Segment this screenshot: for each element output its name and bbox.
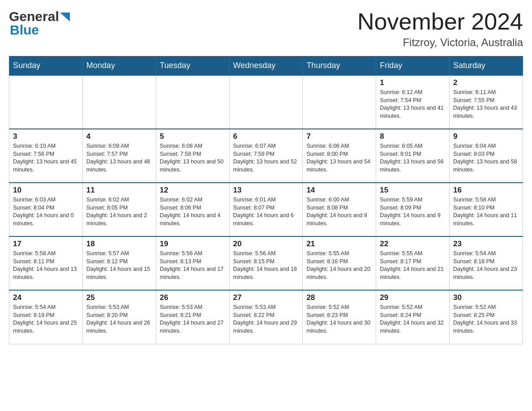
week-row-3: 10Sunrise: 6:03 AM Sunset: 8:04 PM Dayli… [9, 183, 523, 236]
header-thursday: Thursday [303, 56, 376, 76]
page-header: General Blue November 2024 Fitzroy, Vict… [9, 9, 523, 49]
day-info: Sunrise: 6:10 AM Sunset: 7:56 PM Dayligh… [13, 142, 79, 174]
day-number: 18 [86, 240, 152, 248]
month-title: November 2024 [357, 9, 523, 34]
header-friday: Friday [376, 56, 450, 76]
day-info: Sunrise: 6:02 AM Sunset: 8:05 PM Dayligh… [86, 196, 152, 227]
calendar-cell: 29Sunrise: 5:52 AM Sunset: 8:24 PM Dayli… [376, 290, 450, 344]
day-info: Sunrise: 6:00 AM Sunset: 8:08 PM Dayligh… [306, 196, 372, 227]
calendar-cell: 18Sunrise: 5:57 AM Sunset: 8:12 PM Dayli… [82, 236, 156, 290]
day-info: Sunrise: 6:11 AM Sunset: 7:55 PM Dayligh… [453, 89, 519, 120]
day-number: 5 [160, 132, 226, 141]
calendar-cell: 25Sunrise: 5:53 AM Sunset: 8:20 PM Dayli… [82, 290, 156, 344]
day-number: 30 [453, 293, 519, 302]
calendar-cell: 5Sunrise: 6:08 AM Sunset: 7:58 PM Daylig… [156, 129, 229, 183]
day-info: Sunrise: 5:54 AM Sunset: 8:19 PM Dayligh… [13, 304, 79, 335]
day-number: 29 [380, 293, 446, 302]
calendar-cell: 12Sunrise: 6:02 AM Sunset: 8:06 PM Dayli… [156, 183, 229, 236]
day-number: 10 [13, 186, 79, 195]
header-saturday: Saturday [450, 56, 523, 76]
calendar-cell [9, 75, 83, 129]
day-info: Sunrise: 6:04 AM Sunset: 8:03 PM Dayligh… [453, 142, 519, 174]
day-number: 13 [233, 186, 299, 195]
calendar-cell: 23Sunrise: 5:54 AM Sunset: 8:18 PM Dayli… [450, 236, 523, 290]
week-row-4: 17Sunrise: 5:58 AM Sunset: 8:11 PM Dayli… [9, 236, 523, 290]
day-number: 8 [380, 132, 446, 141]
day-number: 11 [86, 186, 152, 195]
calendar-cell: 19Sunrise: 5:56 AM Sunset: 8:13 PM Dayli… [156, 236, 229, 290]
calendar-cell: 9Sunrise: 6:04 AM Sunset: 8:03 PM Daylig… [450, 129, 523, 183]
weekday-header-row: Sunday Monday Tuesday Wednesday Thursday… [9, 56, 523, 76]
logo-general-text: General [9, 9, 59, 24]
day-number: 26 [160, 293, 226, 302]
calendar-cell: 11Sunrise: 6:02 AM Sunset: 8:05 PM Dayli… [82, 183, 156, 236]
calendar-cell: 28Sunrise: 5:52 AM Sunset: 8:23 PM Dayli… [303, 290, 376, 344]
day-info: Sunrise: 6:08 AM Sunset: 7:58 PM Dayligh… [160, 142, 226, 174]
day-info: Sunrise: 6:05 AM Sunset: 8:01 PM Dayligh… [380, 142, 446, 174]
calendar-cell: 26Sunrise: 5:53 AM Sunset: 8:21 PM Dayli… [156, 290, 229, 344]
day-number: 21 [306, 240, 372, 248]
calendar-cell: 27Sunrise: 5:53 AM Sunset: 8:22 PM Dayli… [229, 290, 303, 344]
calendar-cell [303, 75, 376, 129]
day-info: Sunrise: 5:55 AM Sunset: 8:16 PM Dayligh… [306, 250, 372, 281]
calendar-cell: 21Sunrise: 5:55 AM Sunset: 8:16 PM Dayli… [303, 236, 376, 290]
day-number: 3 [13, 132, 79, 141]
day-info: Sunrise: 6:06 AM Sunset: 8:00 PM Dayligh… [306, 142, 372, 174]
day-info: Sunrise: 5:58 AM Sunset: 8:11 PM Dayligh… [13, 250, 79, 281]
calendar-cell [156, 75, 229, 129]
day-info: Sunrise: 5:52 AM Sunset: 8:24 PM Dayligh… [380, 304, 446, 335]
calendar-cell: 22Sunrise: 5:55 AM Sunset: 8:17 PM Dayli… [376, 236, 450, 290]
calendar-cell: 14Sunrise: 6:00 AM Sunset: 8:08 PM Dayli… [303, 183, 376, 236]
day-number: 4 [86, 132, 152, 141]
calendar-cell: 16Sunrise: 5:58 AM Sunset: 8:10 PM Dayli… [450, 183, 523, 236]
day-info: Sunrise: 5:53 AM Sunset: 8:22 PM Dayligh… [233, 304, 299, 335]
week-row-1: 1Sunrise: 6:12 AM Sunset: 7:54 PM Daylig… [9, 75, 523, 129]
day-info: Sunrise: 5:59 AM Sunset: 8:09 PM Dayligh… [380, 196, 446, 227]
calendar-cell: 13Sunrise: 6:01 AM Sunset: 8:07 PM Dayli… [229, 183, 303, 236]
day-number: 25 [86, 293, 152, 302]
day-number: 28 [306, 293, 372, 302]
day-number: 7 [306, 132, 372, 141]
day-number: 17 [13, 240, 79, 248]
day-number: 24 [13, 293, 79, 302]
calendar-cell: 10Sunrise: 6:03 AM Sunset: 8:04 PM Dayli… [9, 183, 83, 236]
day-info: Sunrise: 5:56 AM Sunset: 8:13 PM Dayligh… [160, 250, 226, 281]
calendar-cell: 8Sunrise: 6:05 AM Sunset: 8:01 PM Daylig… [376, 129, 450, 183]
calendar-cell: 7Sunrise: 6:06 AM Sunset: 8:00 PM Daylig… [303, 129, 376, 183]
day-number: 6 [233, 132, 299, 141]
calendar-cell [82, 75, 156, 129]
calendar-cell: 15Sunrise: 5:59 AM Sunset: 8:09 PM Dayli… [376, 183, 450, 236]
header-sunday: Sunday [9, 56, 83, 76]
day-info: Sunrise: 6:01 AM Sunset: 8:07 PM Dayligh… [233, 196, 299, 227]
day-number: 12 [160, 186, 226, 195]
day-info: Sunrise: 6:12 AM Sunset: 7:54 PM Dayligh… [380, 89, 446, 120]
header-monday: Monday [82, 56, 156, 76]
day-info: Sunrise: 6:09 AM Sunset: 7:57 PM Dayligh… [86, 142, 152, 174]
day-info: Sunrise: 6:03 AM Sunset: 8:04 PM Dayligh… [13, 196, 79, 227]
calendar-cell: 2Sunrise: 6:11 AM Sunset: 7:55 PM Daylig… [450, 75, 523, 129]
day-number: 2 [453, 78, 519, 87]
day-number: 22 [380, 240, 446, 248]
svg-marker-0 [60, 13, 70, 21]
day-number: 1 [380, 78, 446, 87]
week-row-2: 3Sunrise: 6:10 AM Sunset: 7:56 PM Daylig… [9, 129, 523, 183]
day-number: 15 [380, 186, 446, 195]
header-wednesday: Wednesday [229, 56, 303, 76]
day-info: Sunrise: 5:53 AM Sunset: 8:21 PM Dayligh… [160, 304, 226, 335]
day-info: Sunrise: 5:57 AM Sunset: 8:12 PM Dayligh… [86, 250, 152, 281]
calendar-cell: 20Sunrise: 5:56 AM Sunset: 8:15 PM Dayli… [229, 236, 303, 290]
title-block: November 2024 Fitzroy, Victoria, Austral… [357, 9, 523, 49]
calendar-cell: 6Sunrise: 6:07 AM Sunset: 7:59 PM Daylig… [229, 129, 303, 183]
location-title: Fitzroy, Victoria, Australia [357, 36, 523, 49]
logo: General Blue [9, 9, 70, 38]
day-number: 9 [453, 132, 519, 141]
day-number: 20 [233, 240, 299, 248]
day-info: Sunrise: 6:07 AM Sunset: 7:59 PM Dayligh… [233, 142, 299, 174]
calendar-cell: 17Sunrise: 5:58 AM Sunset: 8:11 PM Dayli… [9, 236, 83, 290]
week-row-5: 24Sunrise: 5:54 AM Sunset: 8:19 PM Dayli… [9, 290, 523, 344]
day-number: 19 [160, 240, 226, 248]
calendar-cell: 1Sunrise: 6:12 AM Sunset: 7:54 PM Daylig… [376, 75, 450, 129]
calendar-cell: 30Sunrise: 5:52 AM Sunset: 8:25 PM Dayli… [450, 290, 523, 344]
day-info: Sunrise: 5:52 AM Sunset: 8:23 PM Dayligh… [306, 304, 372, 335]
calendar-cell [229, 75, 303, 129]
